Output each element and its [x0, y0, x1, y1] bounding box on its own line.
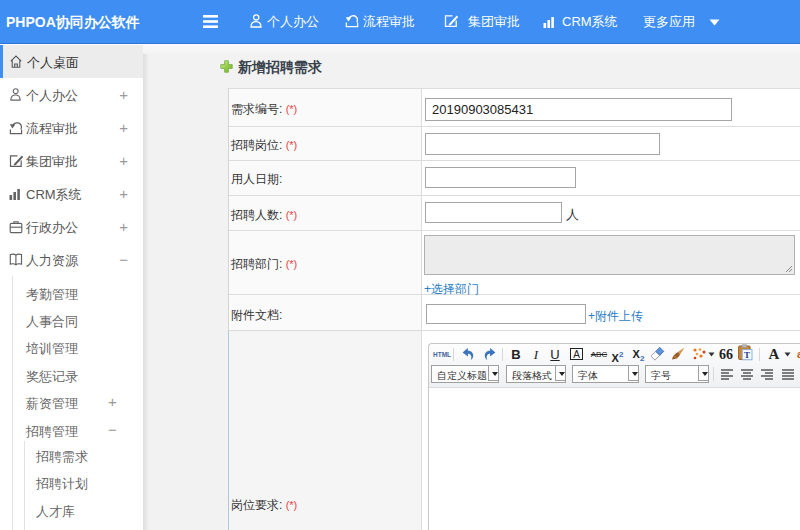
svg-text:T: T — [744, 350, 750, 360]
